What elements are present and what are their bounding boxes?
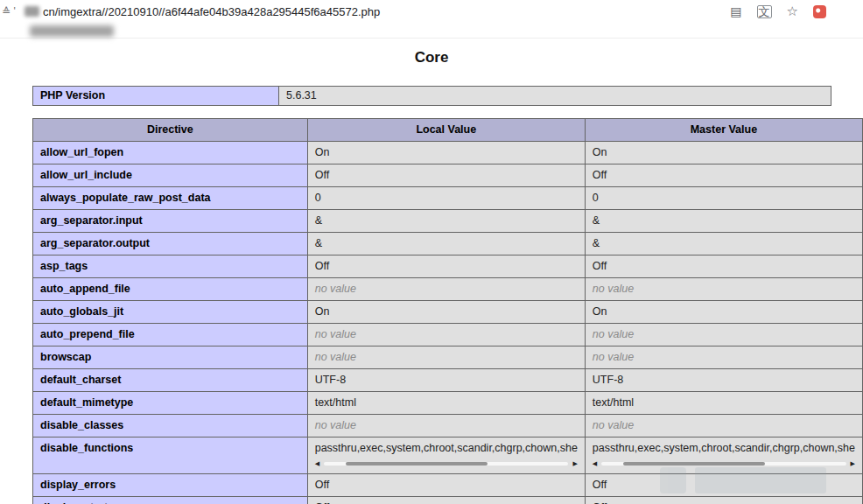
directives-tbody: allow_url_fopenOnOnallow_url_includeOffO… [33,142,863,504]
scrollbar-track[interactable] [324,462,568,466]
directive-cell: default_mimetype [33,392,308,415]
table-row: arg_separator.output&& [33,233,863,256]
value-cell: 0 [307,187,585,210]
table-row: default_charsetUTF-8UTF-8 [33,369,863,392]
value-cell: Off [585,164,862,187]
value-cell: On [307,301,585,324]
scroll-right-icon[interactable]: ▶ [572,460,577,466]
table-row: arg_separator.input&& [33,210,863,233]
php-version-table: PHP Version 5.6.31 [32,86,831,106]
table-row: allow_url_includeOffOff [33,164,863,187]
table-row: display_startup_errorsOffOff [33,497,863,504]
value-cell: 0 [585,187,862,210]
table-header-row: Directive Local Value Master Value [33,119,863,142]
table-row: disable_classesno valueno value [33,415,863,438]
bookmarks-bar [0,23,863,38]
blurred-domain [25,6,39,17]
scroll-left-icon[interactable]: ◀ [593,460,597,466]
table-row: browscapno valueno value [33,346,863,369]
value-cell: no value [585,415,862,438]
value-cell: Off [585,474,862,497]
table-row: disable_functionspassthru,exec,system,ch… [33,438,863,474]
scrollbar-thumb[interactable] [623,462,765,466]
directive-cell: auto_prepend_file [33,324,308,346]
bookmark-star-icon[interactable]: ☆ [787,4,798,18]
directive-cell: display_startup_errors [33,497,308,504]
scrollbar-track[interactable] [601,462,845,466]
value-cell: On [585,142,862,164]
value-cell: passthru,exec,system,chroot,scandir,chgr… [585,438,862,474]
value-cell: On [585,301,862,324]
value-cell: UTF-8 [307,369,585,392]
column-header-directive: Directive [33,119,308,142]
value-cell: & [307,210,585,233]
phpinfo-page: Core PHP Version 5.6.31 Directive Local … [0,38,863,504]
directive-cell: auto_append_file [33,278,308,301]
translate-icon[interactable]: 文 [757,5,772,18]
horizontal-scrollbar[interactable]: ◀▶ [315,458,578,469]
value-cell: On [307,142,585,164]
value-cell: no value [585,324,862,346]
column-header-local-value: Local Value [307,119,585,142]
value-cell: Off [585,256,862,278]
value-cell: text/html [585,392,862,415]
partial-icon: ≙ ' [2,5,25,18]
directive-cell: default_charset [33,369,308,392]
php-version-value: 5.6.31 [279,87,831,106]
value-cell: no value [307,324,585,346]
value-cell: Off [307,474,585,497]
directive-cell: arg_separator.output [33,233,308,256]
value-cell: & [585,210,862,233]
table-row: auto_append_fileno valueno value [33,278,863,301]
truncated-value-text: passthru,exec,system,chroot,scandir,chgr… [593,442,855,455]
value-cell: Off [307,164,585,187]
blurred-bookmark-item[interactable] [30,25,114,37]
value-cell: text/html [307,392,585,415]
horizontal-scrollbar[interactable]: ◀▶ [593,458,855,469]
table-row: auto_prepend_fileno valueno value [33,324,863,346]
table-row: allow_url_fopenOnOn [33,142,863,164]
directive-cell: display_errors [33,474,308,497]
column-header-master-value: Master Value [585,119,862,142]
table-row: default_mimetypetext/htmltext/html [33,392,863,415]
scroll-right-icon[interactable]: ▶ [851,460,855,466]
reading-list-icon[interactable]: ▤ [730,4,741,18]
directive-cell: asp_tags [33,256,308,278]
url-text[interactable]: cn/imgextra//20210910//a6f44afe04b39a428… [43,5,380,18]
table-row: asp_tagsOffOff [33,256,863,278]
scroll-left-icon[interactable]: ◀ [315,460,319,466]
page-title: Core [0,49,863,66]
toolbar-icons: ▤ 文 ☆ [730,4,826,18]
truncated-value-text: passthru,exec,system,chroot,scandir,chgr… [315,442,578,455]
value-cell: UTF-8 [585,369,862,392]
scrollbar-thumb[interactable] [346,462,488,466]
extension-icon[interactable] [813,5,826,18]
directives-table: Directive Local Value Master Value allow… [32,118,863,504]
value-cell: & [585,233,862,256]
table-row: auto_globals_jitOnOn [33,301,863,324]
value-cell: Off [307,256,585,278]
value-cell: no value [585,278,862,301]
directive-cell: allow_url_include [33,164,308,187]
directive-cell: allow_url_fopen [33,142,308,164]
directive-cell: disable_classes [33,415,308,438]
address-bar[interactable]: ≙ ' cn/imgextra//20210910//a6f44afe04b39… [0,0,863,23]
browser-window: ≙ ' cn/imgextra//20210910//a6f44afe04b39… [0,0,863,504]
value-cell: no value [307,278,585,301]
table-row: PHP Version 5.6.31 [33,87,831,106]
value-cell: no value [307,346,585,369]
table-row: always_populate_raw_post_data00 [33,187,863,210]
php-version-label: PHP Version [33,87,279,106]
table-row: display_errorsOffOff [33,474,863,497]
directive-cell: arg_separator.input [33,210,308,233]
value-cell: & [307,233,585,256]
directive-cell: disable_functions [33,438,308,474]
value-cell: Off [585,497,862,504]
value-cell: no value [585,346,862,369]
value-cell: passthru,exec,system,chroot,scandir,chgr… [307,438,585,474]
value-cell: Off [307,497,585,504]
value-cell: no value [307,415,585,438]
directive-cell: auto_globals_jit [33,301,308,324]
directive-cell: always_populate_raw_post_data [33,187,308,210]
browser-chrome: ≙ ' cn/imgextra//20210910//a6f44afe04b39… [0,0,863,38]
